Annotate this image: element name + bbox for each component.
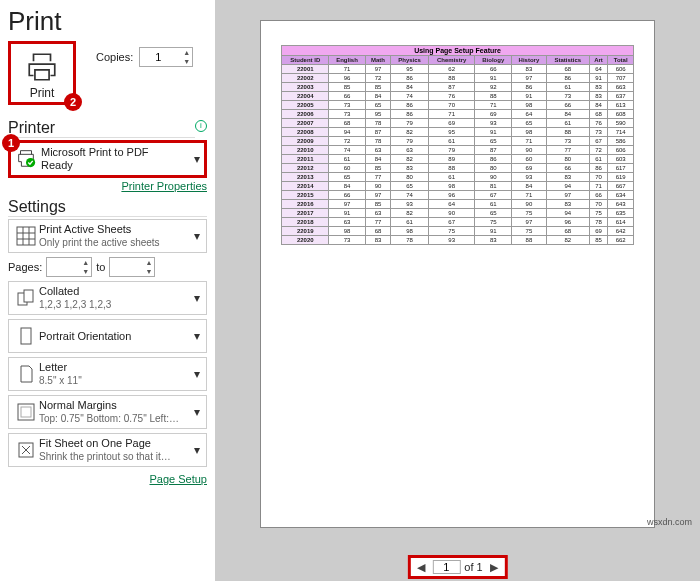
- table-row: 220046684747688917383637: [282, 92, 634, 101]
- option-sub: Shrink the printout so that it…: [39, 451, 192, 464]
- pages-to-input[interactable]: [110, 261, 146, 273]
- info-icon[interactable]: i: [195, 120, 207, 132]
- table-row: 220169785936461908370643: [282, 200, 634, 209]
- table-header: Math: [365, 56, 391, 65]
- printer-properties-link[interactable]: Printer Properties: [8, 180, 207, 192]
- svg-rect-4: [21, 328, 31, 344]
- table-header: Physics: [391, 56, 429, 65]
- option-label: Fit Sheet on One Page: [39, 437, 192, 451]
- chevron-down-icon[interactable]: ▾: [192, 229, 202, 243]
- chevron-down-icon[interactable]: ▾: [192, 443, 202, 457]
- chevron-down-icon[interactable]: ▾: [192, 329, 202, 343]
- copies-input[interactable]: [140, 51, 176, 63]
- table-row: 220186377616775979678614: [282, 218, 634, 227]
- option-label: Collated: [39, 285, 192, 299]
- table-header: English: [329, 56, 365, 65]
- chevron-up-icon[interactable]: ▲: [146, 259, 153, 266]
- table-row: 220126085838880696686617: [282, 164, 634, 173]
- table-row: 220038585848792866183663: [282, 83, 634, 92]
- chevron-down-icon[interactable]: ▾: [192, 367, 202, 381]
- option-sub: Only print the active sheets: [39, 237, 192, 250]
- chevron-down-icon[interactable]: ▼: [183, 58, 190, 65]
- table-row: 220067395867169648468608: [282, 110, 634, 119]
- print-button[interactable]: Print 2: [8, 41, 76, 105]
- copies-label: Copies:: [96, 51, 133, 63]
- printer-status-icon: [15, 147, 41, 171]
- printer-icon: [25, 50, 59, 84]
- table-header: Chemistry: [428, 56, 475, 65]
- option-label: Letter: [39, 361, 192, 375]
- portrait-icon: [13, 326, 39, 346]
- page-number-input[interactable]: [432, 560, 460, 574]
- svg-rect-5: [18, 404, 34, 420]
- table-header: Biology: [475, 56, 512, 65]
- preview-table: Using Page Setup Feature Student IDEngli…: [281, 45, 634, 245]
- chevron-up-icon[interactable]: ▲: [183, 49, 190, 56]
- printer-select[interactable]: 1 Microsoft Print to PDF Ready ▾: [8, 140, 207, 178]
- pages-from-stepper[interactable]: ▲▼: [46, 257, 92, 277]
- prev-page-icon[interactable]: ◀: [414, 561, 428, 574]
- pages-label: Pages:: [8, 261, 42, 273]
- page-setup-link[interactable]: Page Setup: [8, 473, 207, 485]
- table-row: 220097278796165717367586: [282, 137, 634, 146]
- svg-rect-6: [21, 407, 31, 417]
- table-caption: Using Page Setup Feature: [282, 46, 634, 56]
- pages-from-input[interactable]: [47, 261, 83, 273]
- table-row: 220179163829065759475635: [282, 209, 634, 218]
- table-row: 220207383789383888285662: [282, 236, 634, 245]
- page-icon: [13, 364, 39, 384]
- page-of-label: of 1: [464, 561, 482, 573]
- table-row: 220199868987591756869642: [282, 227, 634, 236]
- page-navigator[interactable]: ◀ of 1 ▶: [407, 555, 507, 579]
- collated-select[interactable]: Collated1,2,3 1,2,3 1,2,3 ▾: [8, 281, 207, 315]
- margins-select[interactable]: Normal MarginsTop: 0.75" Bottom: 0.75" L…: [8, 395, 207, 429]
- option-label: Print Active Sheets: [39, 223, 192, 237]
- margins-icon: [13, 402, 39, 422]
- chevron-down-icon[interactable]: ▼: [146, 268, 153, 275]
- svg-rect-3: [24, 290, 33, 302]
- watermark: wsxdn.com: [647, 517, 692, 527]
- paper-size-select[interactable]: Letter8.5" x 11" ▾: [8, 357, 207, 391]
- table-header: Total: [608, 56, 634, 65]
- chevron-down-icon[interactable]: ▼: [82, 268, 89, 275]
- table-row: 220057365867071986684613: [282, 101, 634, 110]
- copies-stepper[interactable]: ▲ ▼: [139, 47, 193, 67]
- table-row: 220156697749667719766634: [282, 191, 634, 200]
- pages-to-label: to: [96, 261, 105, 273]
- page-title: Print: [8, 6, 207, 37]
- annotation-badge-2: 2: [64, 93, 82, 111]
- collate-icon: [13, 288, 39, 308]
- printer-status: Ready: [41, 159, 194, 172]
- table-row: 220116184828986608061603: [282, 155, 634, 164]
- option-sub: 8.5" x 11": [39, 375, 192, 388]
- printer-name: Microsoft Print to PDF: [41, 146, 194, 159]
- table-header: History: [512, 56, 547, 65]
- printer-section-title: Printer: [8, 119, 195, 138]
- table-row: 220107463637987907772606: [282, 146, 634, 155]
- orientation-select[interactable]: Portrait Orientation ▾: [8, 319, 207, 353]
- pages-to-stepper[interactable]: ▲▼: [109, 257, 155, 277]
- table-header: Art: [589, 56, 608, 65]
- chevron-down-icon[interactable]: ▾: [192, 405, 202, 419]
- table-row: 220089487829591988873714: [282, 128, 634, 137]
- next-page-icon[interactable]: ▶: [487, 561, 501, 574]
- table-header: Student ID: [282, 56, 329, 65]
- print-preview: Using Page Setup Feature Student IDEngli…: [260, 20, 655, 528]
- table-row: 220017197956266836864606: [282, 65, 634, 74]
- chevron-down-icon[interactable]: ▾: [192, 291, 202, 305]
- grid-icon: [13, 226, 39, 246]
- print-sheets-select[interactable]: Print Active SheetsOnly print the active…: [8, 219, 207, 253]
- chevron-up-icon[interactable]: ▲: [82, 259, 89, 266]
- table-row: 220029672868891978691707: [282, 74, 634, 83]
- scaling-select[interactable]: Fit Sheet on One PageShrink the printout…: [8, 433, 207, 467]
- option-label: Normal Margins: [39, 399, 192, 413]
- chevron-down-icon[interactable]: ▾: [194, 152, 200, 166]
- option-label: Portrait Orientation: [39, 330, 192, 344]
- option-sub: Top: 0.75" Bottom: 0.75" Left:…: [39, 413, 192, 426]
- print-button-label: Print: [30, 86, 55, 100]
- table-row: 220148490659881849471667: [282, 182, 634, 191]
- table-row: 220136577806190938370619: [282, 173, 634, 182]
- table-header: Statistics: [546, 56, 589, 65]
- option-sub: 1,2,3 1,2,3 1,2,3: [39, 299, 192, 312]
- settings-section-title: Settings: [8, 198, 207, 217]
